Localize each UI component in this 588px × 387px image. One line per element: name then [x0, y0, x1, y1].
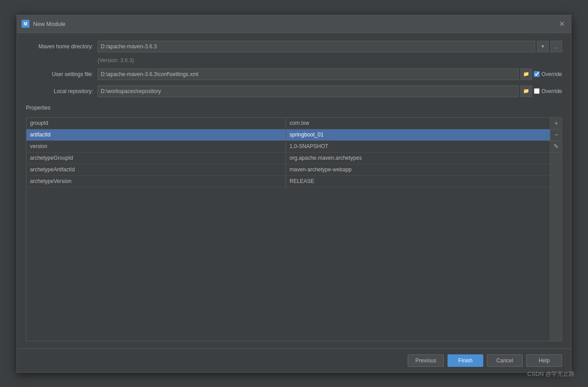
table-row[interactable]: archetypeGroupId org.apache.maven.archet… [26, 153, 550, 164]
dialog-icon: M [21, 20, 30, 28]
repo-override-checkbox[interactable] [534, 88, 540, 94]
table-cell-value: RELEASE [286, 176, 550, 187]
local-repo-row: Local repository: 📁 Override [26, 85, 562, 98]
repo-override-group: Override [534, 85, 562, 97]
table-row[interactable]: artifactId springboot_01 [26, 129, 550, 141]
settings-file-input-group: 📁 Override [98, 68, 562, 80]
table-cell-key: groupId [26, 118, 286, 129]
table-cell-key: version [26, 141, 286, 152]
help-button[interactable]: Help [526, 354, 562, 367]
settings-override-checkbox[interactable] [534, 71, 540, 77]
settings-file-row: User settings file: 📁 Override [26, 68, 562, 81]
settings-override-group: Override [534, 68, 562, 80]
local-repo-label: Local repository: [26, 88, 93, 94]
table-cell-value: springboot_01 [286, 129, 550, 140]
maven-version-info: (Version: 3.6.3) [26, 57, 562, 64]
watermark-text: CSDN @学无止路 [527, 370, 575, 377]
maven-home-dropdown-button[interactable]: ▼ [537, 41, 549, 52]
close-button[interactable]: ✕ [557, 19, 567, 29]
dialog-title: New Module [33, 21, 65, 27]
edit-property-button[interactable]: ✎ [550, 141, 562, 153]
table-row[interactable]: archetypeArtifactId maven-archetype-weba… [26, 164, 550, 176]
table-cell-value: 1.0-SNAPSHOT [286, 141, 550, 152]
maven-home-browse-button[interactable]: ... [550, 41, 562, 52]
add-property-button[interactable]: + [550, 118, 562, 129]
previous-button[interactable]: Previous [408, 354, 444, 367]
settings-file-browse-button[interactable]: 📁 [520, 68, 532, 80]
table-row[interactable]: groupId com.txw [26, 118, 550, 129]
properties-sidebar: + − ✎ [550, 118, 562, 341]
table-cell-key: archetypeArtifactId [26, 164, 286, 175]
settings-file-input[interactable] [98, 68, 519, 80]
maven-home-input[interactable] [98, 41, 535, 52]
repo-override-label: Override [541, 88, 562, 94]
table-cell-key: archetypeGroupId [26, 153, 286, 164]
finish-button[interactable]: Finish [447, 354, 483, 367]
properties-section: groupId com.txw artifactId springboot_01… [26, 117, 562, 341]
table-cell-value: org.apache.maven.archetypes [286, 153, 550, 164]
local-repo-input-group: 📁 Override [98, 85, 562, 97]
settings-file-label: User settings file: [26, 71, 93, 77]
new-module-dialog: M New Module ✕ Maven home directory: ▼ .… [17, 15, 571, 373]
dialog-content: Maven home directory: ▼ ... (Version: 3.… [17, 33, 571, 349]
title-bar: M New Module ✕ [17, 15, 571, 33]
maven-home-label: Maven home directory: [26, 43, 93, 50]
local-repo-input[interactable] [98, 85, 519, 97]
table-empty-area [26, 187, 550, 341]
settings-override-label: Override [541, 71, 562, 77]
cancel-button[interactable]: Cancel [487, 354, 523, 367]
table-cell-value: maven-archetype-webapp [286, 164, 550, 175]
maven-home-row: Maven home directory: ▼ ... [26, 40, 562, 53]
properties-table: groupId com.txw artifactId springboot_01… [26, 118, 550, 341]
title-bar-left: M New Module [21, 20, 65, 28]
remove-property-button[interactable]: − [550, 129, 562, 141]
maven-home-label-text: Maven home directory: [38, 43, 93, 50]
properties-section-label: Properties [26, 105, 562, 111]
table-row[interactable]: version 1.0-SNAPSHOT [26, 141, 550, 153]
local-repo-browse-button[interactable]: 📁 [520, 85, 532, 97]
local-repo-label-text: Local repository: [54, 88, 93, 94]
table-cell-key: artifactId [26, 129, 286, 140]
maven-version-text: (Version: 3.6.3) [98, 57, 134, 64]
maven-home-input-group: ▼ ... [98, 41, 562, 52]
table-cell-key: archetypeVersion [26, 176, 286, 187]
watermark: CSDN @学无止路 [527, 370, 575, 378]
table-cell-value: com.txw [286, 118, 550, 129]
properties-table-container: groupId com.txw artifactId springboot_01… [26, 117, 562, 341]
dialog-footer: Previous Finish Cancel Help [17, 349, 571, 372]
table-row[interactable]: archetypeVersion RELEASE [26, 176, 550, 187]
